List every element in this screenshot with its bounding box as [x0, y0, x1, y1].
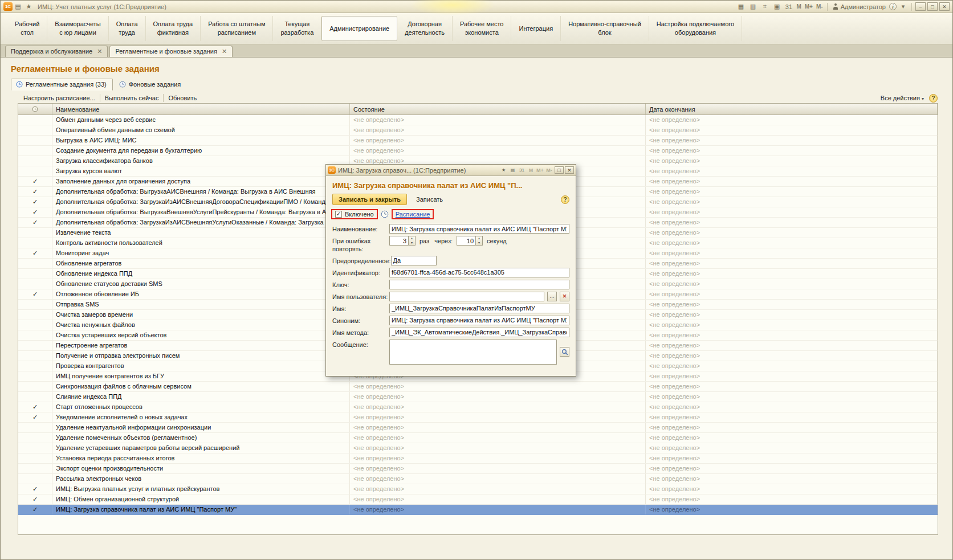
favorites-star-icon[interactable]: ★	[24, 2, 34, 11]
stepper-arrows[interactable]: ▴▾	[476, 236, 483, 246]
ribbon-section[interactable]: Рабочий стол	[7, 16, 47, 41]
info-icon[interactable]: i	[889, 3, 897, 10]
tab-support-maintenance[interactable]: Поддержка и обслуживание ✕	[5, 46, 108, 57]
subtab-scheduled-jobs[interactable]: Регламентные задания (33)	[11, 79, 113, 91]
column-header-enabled[interactable]	[18, 104, 52, 115]
journal-icon[interactable]: 31	[784, 2, 793, 11]
ribbon-section[interactable]: Интеграция	[511, 16, 561, 41]
column-header-end-date[interactable]: Дата окончания	[646, 104, 938, 115]
row-enabled-check	[18, 146, 52, 156]
ribbon-section[interactable]: Нормативно-справочный блок	[561, 16, 649, 41]
magnifier-button[interactable]	[560, 347, 569, 357]
row-enabled-check	[18, 474, 52, 484]
ribbon-section[interactable]: Текущая разработка	[273, 16, 321, 41]
row-enabled-check	[18, 228, 52, 238]
current-user[interactable]: Администратор	[830, 3, 888, 10]
username-field[interactable]	[389, 292, 544, 301]
identifier-field[interactable]	[389, 268, 569, 277]
username-clear-button[interactable]: ✕	[560, 292, 569, 301]
chevron-down-icon[interactable]: ▾	[898, 2, 908, 11]
stepper-arrows[interactable]: ▴▾	[409, 236, 416, 246]
column-header-name[interactable]: Наименование	[52, 104, 350, 115]
table-row[interactable]: Удаление устаревших параметров работы ве…	[18, 443, 938, 453]
table-row[interactable]: ✓ИМЦ: Выгрузка платных услуг и платных п…	[18, 484, 938, 494]
save-close-button[interactable]: Записать и закрыть	[332, 194, 407, 205]
ribbon-section[interactable]: Администрирование	[321, 16, 397, 41]
row-name: Получение и отправка электронных писем	[52, 351, 350, 361]
run-now-button[interactable]: Выполнить сейчас	[100, 93, 164, 103]
memory-m-minus-button[interactable]: M-	[815, 3, 824, 10]
stepper-up-icon[interactable]: ▴	[409, 236, 415, 241]
configure-schedule-button[interactable]: Настроить расписание...	[19, 93, 100, 103]
all-actions-button[interactable]: Все действия▾	[881, 95, 924, 101]
table-row[interactable]: Оперативный обмен данными со схемой<не о…	[18, 125, 938, 136]
row-name: ИМЦ получение контрагентов из БГУ	[52, 371, 350, 381]
calendar-icon[interactable]: ▥	[748, 2, 757, 11]
close-button[interactable]: ✕	[939, 2, 950, 11]
ribbon-section[interactable]: Взаиморасчеты с юр лицами	[47, 16, 108, 41]
ribbon-section[interactable]: Договорная деятельность	[397, 16, 453, 41]
synonym-field[interactable]	[389, 316, 569, 325]
calendar-icon[interactable]: 31	[518, 166, 526, 174]
dialog-close-button[interactable]: ✕	[565, 166, 574, 174]
table-row[interactable]: Установка периода рассчитанных итогов<не…	[18, 453, 938, 464]
help-button[interactable]: ?	[929, 94, 938, 103]
table-row[interactable]: Слияние индекса ППД<не определено><не оп…	[18, 392, 938, 402]
table-row[interactable]: Синхронизация файлов с облачным сервисом…	[18, 382, 938, 392]
retry-count-stepper[interactable]: ▴▾	[389, 236, 416, 246]
subtab-background-jobs[interactable]: Фоновые задания	[114, 79, 187, 91]
stepper-up-icon[interactable]: ▴	[476, 236, 482, 241]
username-picker-button[interactable]: …	[547, 292, 557, 301]
history-icon[interactable]: ▣	[772, 2, 781, 11]
ribbon-section[interactable]: Работа со штатным расписанием	[201, 16, 273, 41]
row-end-date: <не определено>	[646, 320, 938, 330]
maximize-button[interactable]: □	[927, 2, 938, 11]
save-button[interactable]: Записать	[414, 194, 445, 205]
ribbon-section[interactable]: Оплата труда	[109, 16, 146, 41]
ribbon-section[interactable]: Рабочее место экономиста	[453, 16, 512, 41]
table-row[interactable]: ✓Старт отложенных процессов<не определен…	[18, 402, 938, 412]
table-row[interactable]: Создание документа для передачи в бухгал…	[18, 146, 938, 156]
row-name: Дополнительная обработка: ВыгрузкаАИСВне…	[52, 187, 350, 197]
method-field[interactable]	[389, 328, 569, 337]
minimize-button[interactable]: –	[915, 2, 926, 11]
key-field[interactable]	[389, 280, 569, 289]
table-row[interactable]: Обмен данными через веб сервис<не опреде…	[18, 115, 938, 125]
retry-count-input[interactable]	[389, 236, 409, 246]
tab-close-icon[interactable]: ✕	[97, 48, 102, 54]
table-row[interactable]: ✓Уведомление исполнителей о новых задача…	[18, 412, 938, 423]
predefined-field[interactable]	[391, 256, 437, 265]
enabled-checkbox[interactable]: ✓	[335, 211, 342, 218]
name-field[interactable]	[389, 224, 569, 234]
pin-icon[interactable]: ★	[499, 166, 508, 174]
journal-icon[interactable]: ▤	[508, 166, 517, 174]
tab-scheduled-jobs[interactable]: Регламентные и фоновые задания ✕	[109, 46, 233, 57]
table-row[interactable]: Удаление помеченных объектов (регламентн…	[18, 433, 938, 443]
stepper-down-icon[interactable]: ▾	[476, 241, 482, 246]
table-row[interactable]: ✓ИМЦ: Обмен организационной структурой<н…	[18, 494, 938, 505]
dialog-maximize-button[interactable]: □	[555, 166, 564, 174]
message-field[interactable]	[389, 340, 557, 365]
main-menu-icon[interactable]: ▤	[13, 2, 23, 11]
retry-interval-stepper[interactable]: ▴▾	[457, 236, 483, 246]
column-header-state[interactable]: Состояние	[350, 104, 646, 115]
tab-close-icon[interactable]: ✕	[222, 48, 227, 54]
retry-interval-input[interactable]	[457, 236, 476, 246]
stepper-down-icon[interactable]: ▾	[409, 241, 415, 246]
table-row[interactable]: Выгрузка в АИС ИМЦ: МИС<не определено><н…	[18, 136, 938, 146]
ribbon-section[interactable]: Настройка подключаемого оборудования	[649, 16, 742, 41]
table-row[interactable]: Рассылка электронных чеков<не определено…	[18, 474, 938, 484]
row-state: <не определено>	[350, 115, 646, 125]
table-row[interactable]: Экспорт оценки производительности<не опр…	[18, 464, 938, 474]
table-row[interactable]: Удаление неактуальной информации синхрон…	[18, 423, 938, 433]
schedule-link[interactable]: Расписание	[396, 211, 430, 218]
dialog-help-button[interactable]: ?	[561, 195, 569, 204]
memory-m-plus-button[interactable]: M+	[804, 3, 814, 10]
internal-name-field[interactable]	[389, 304, 569, 313]
links-icon[interactable]: ⌗	[760, 2, 769, 11]
memory-m-button[interactable]: M	[795, 3, 802, 10]
ribbon-section[interactable]: Оплата труда фиктивная	[146, 16, 201, 41]
refresh-button[interactable]: Обновить	[164, 93, 201, 103]
table-row[interactable]: ✓ИМЦ: Загрузка справочника палат из АИС …	[18, 505, 938, 515]
calculator-icon[interactable]: ▦	[736, 2, 746, 11]
